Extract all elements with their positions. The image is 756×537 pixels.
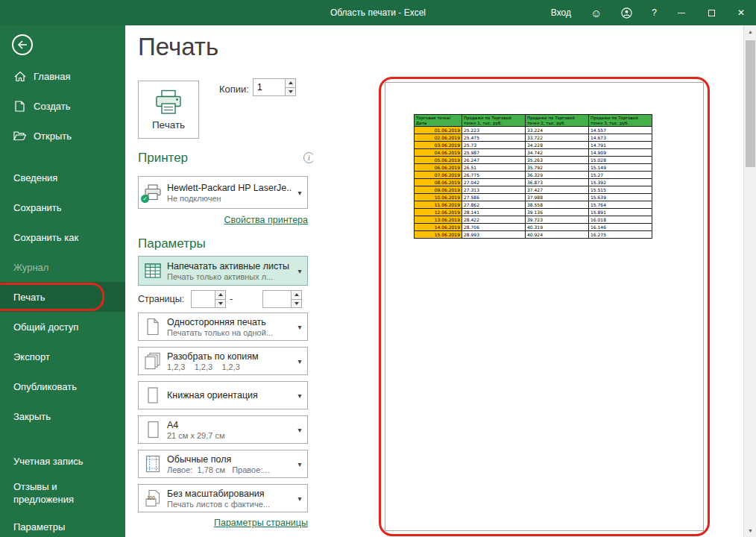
- date-cell: 04.06.2019: [415, 149, 462, 157]
- value-cell: 15.028: [589, 157, 652, 164]
- open-folder-icon: [13, 131, 26, 141]
- paper-size-dropdown[interactable]: A4 21 см x 29,7 см ▾: [138, 415, 308, 444]
- value-cell: 15.891: [589, 209, 652, 216]
- copies-spin-down-button[interactable]: [286, 87, 295, 96]
- back-arrow-icon: [17, 40, 28, 49]
- page-setup-link[interactable]: Параметры страницы: [138, 518, 308, 528]
- table-header-row: Торговая точка/ ДатаПродажи по Торговой …: [415, 115, 652, 127]
- sidebar-menu-item-4[interactable]: Печать: [0, 282, 125, 312]
- table-row: 02.06.201925.47533.72214.673: [415, 134, 652, 142]
- value-cell: 28.422: [462, 216, 526, 224]
- margins-dropdown[interactable]: Обычные поля Левое: 1,78 см Правое:... ▾: [138, 450, 308, 478]
- print-button[interactable]: Печать: [138, 81, 199, 139]
- portrait-orientation-icon: [139, 386, 167, 404]
- sidebar-menu-item-1[interactable]: Сохранить: [0, 192, 125, 222]
- sidebar-menu-item-7[interactable]: Опубликовать: [0, 371, 125, 401]
- sidebar-menu-item-5[interactable]: Общий доступ: [0, 312, 125, 342]
- date-cell: 12.06.2019: [415, 209, 462, 216]
- page-title: Печать: [138, 33, 218, 61]
- sidebar-menu-item-3[interactable]: Журнал: [0, 252, 125, 282]
- print-preview-area: Торговая точка/ ДатаПродажи по Торговой …: [313, 25, 743, 537]
- vertical-scrollbar[interactable]: ▲ ▼: [743, 25, 756, 537]
- sidebar-item-label: Открыть: [34, 131, 72, 142]
- value-cell: 14.673: [589, 134, 652, 142]
- table-header-cell: Продажи по Торговой точке 1, тыс. руб.: [462, 115, 526, 127]
- printer-status: Не подключен: [167, 194, 292, 203]
- sign-in-button[interactable]: Вход: [541, 0, 581, 25]
- minimize-button[interactable]: [667, 0, 696, 25]
- value-cell: 14.791: [589, 142, 652, 149]
- sidebar-item-label: Параметры: [13, 521, 65, 533]
- value-cell: 15.27: [589, 172, 652, 179]
- collate-dropdown[interactable]: Разобрать по копиям 1,2,3 1,2,3 1,2,3 ▾: [138, 347, 308, 375]
- value-cell: 26.51: [462, 164, 526, 172]
- value-cell: 34.228: [526, 142, 589, 149]
- maximize-icon: [708, 10, 715, 16]
- scrollbar-thumb[interactable]: [746, 40, 755, 167]
- sidebar-item-open[interactable]: Открыть: [0, 121, 125, 151]
- printer-dropdown[interactable]: ✓ Hewlett-Packard HP LaserJe... Не подкл…: [138, 176, 308, 209]
- pages-to-down-button[interactable]: [292, 299, 301, 308]
- copies-input[interactable]: [253, 79, 285, 95]
- date-cell: 13.06.2019: [415, 216, 462, 224]
- value-cell: 36.873: [526, 179, 589, 186]
- table-header-cell: Продажи по Торговой точке 3, тыс. руб.: [589, 115, 652, 127]
- scroll-down-button[interactable]: ▼: [744, 524, 756, 537]
- table-row: 14.06.201928.70640.31916.146: [415, 224, 652, 231]
- sidebar-bottom-item-2[interactable]: Параметры: [0, 512, 125, 537]
- date-cell: 11.06.2019: [415, 201, 462, 209]
- scaling-subtitle: Печать листов с фактиче...: [167, 500, 292, 509]
- print-what-dropdown[interactable]: Напечатать активные листы Печать только …: [138, 256, 308, 286]
- print-what-title: Напечатать активные листы: [167, 261, 292, 271]
- value-cell: 35.792: [526, 164, 589, 172]
- excel-backstage-window: Область печати - Excel Вход ☺ ? ✕: [0, 0, 756, 537]
- sidebar-menu-item-8[interactable]: Закрыть: [0, 401, 125, 431]
- value-cell: 27.313: [462, 186, 526, 194]
- sidebar-item-home[interactable]: Главная: [0, 61, 125, 91]
- value-cell: 39.723: [526, 216, 589, 224]
- pages-from-input[interactable]: [192, 291, 215, 307]
- account-icon[interactable]: [611, 0, 642, 25]
- pages-from-down-button[interactable]: [215, 299, 225, 308]
- sidebar-item-label: Общий доступ: [13, 321, 78, 333]
- sidebar-menu-item-6[interactable]: Экспорт: [0, 342, 125, 371]
- feedback-smiley-icon[interactable]: ☺: [581, 0, 611, 25]
- sidebar-bottom-item-0[interactable]: Учетная запись: [0, 446, 125, 476]
- one-sided-page-icon: [139, 318, 167, 336]
- value-cell: 37.988: [526, 194, 589, 201]
- scaling-dropdown[interactable]: 100 Без масштабирования Печать листов с …: [138, 484, 308, 512]
- help-button[interactable]: ?: [642, 0, 667, 25]
- sidebar-item-new[interactable]: Создать: [0, 91, 125, 121]
- pages-to-up-button[interactable]: [292, 291, 301, 299]
- scroll-up-button[interactable]: ▲: [744, 25, 756, 38]
- print-pane: Печать Печать Копии: Принтер i: [125, 25, 743, 537]
- pages-from-up-button[interactable]: [215, 291, 225, 299]
- printer-status-check-icon: ✓: [141, 195, 149, 203]
- sidebar-bottom-item-1[interactable]: Отзывы и предложения: [0, 476, 125, 512]
- copies-spin-up-button[interactable]: [286, 79, 295, 87]
- duplex-dropdown[interactable]: Односторонняя печать Печатать только на …: [138, 313, 308, 341]
- sidebar-item-label: Печать: [13, 292, 45, 303]
- chevron-down-icon: ▾: [292, 392, 307, 400]
- value-cell: 40.924: [526, 231, 589, 239]
- value-cell: 39.136: [526, 209, 589, 216]
- backstage-sidebar: Главная Создать Открыть СведенияСохранит…: [0, 25, 125, 537]
- value-cell: 25.73: [462, 142, 526, 149]
- value-cell: 34.742: [526, 149, 589, 157]
- close-button[interactable]: ✕: [726, 0, 756, 25]
- sidebar-menu-item-0[interactable]: Сведения: [0, 163, 125, 192]
- table-row: 07.06.201926.77536.32915.27: [415, 172, 652, 179]
- print-preview-page: Торговая точка/ ДатаПродажи по Торговой …: [385, 82, 704, 531]
- maximize-button[interactable]: [696, 0, 726, 25]
- printer-properties-link[interactable]: Свойства принтера: [138, 215, 308, 225]
- sidebar-item-label: Создать: [34, 101, 70, 112]
- duplex-subtitle: Печатать только на одной...: [167, 328, 292, 337]
- back-button[interactable]: [12, 34, 33, 55]
- value-cell: 16.018: [589, 216, 652, 224]
- orientation-dropdown[interactable]: Книжная ориентация ▾: [138, 381, 308, 409]
- sidebar-menu-item-2[interactable]: Сохранить как: [0, 222, 125, 252]
- margins-subtitle: Левое: 1,78 см Правое:...: [167, 465, 292, 474]
- pages-to-input[interactable]: [263, 291, 291, 307]
- value-cell: 28.141: [462, 209, 526, 216]
- value-cell: 26.775: [462, 172, 526, 179]
